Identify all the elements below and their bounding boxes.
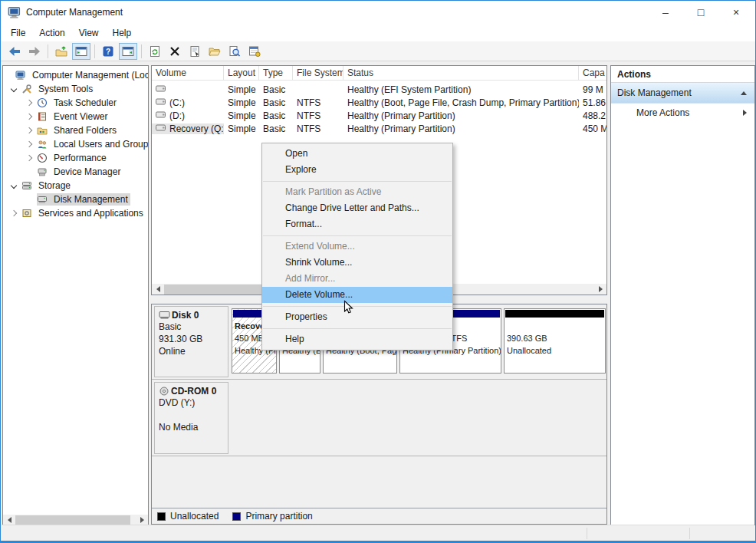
toolbar-separator (48, 44, 48, 58)
tree-item-storage[interactable]: Storage (3, 179, 148, 193)
find-icon[interactable] (225, 43, 244, 60)
tree-item-local-users-and-groups[interactable]: Local Users and Groups (3, 137, 148, 151)
expander-collapsed-icon[interactable] (26, 141, 32, 147)
export-list-icon[interactable] (245, 43, 264, 60)
tree-item-label: Storage (36, 179, 73, 192)
cdrom-info-box[interactable]: CD-ROM 0 DVD (Y:) No Media (154, 382, 228, 454)
event-viewer-icon (37, 111, 48, 122)
task-scheduler-icon (37, 97, 48, 108)
more-actions-item[interactable]: More Actions (611, 104, 754, 122)
expander-expanded-icon[interactable] (11, 183, 17, 189)
column-header-status[interactable]: Status (343, 66, 579, 81)
tree-item-label: Computer Management (Local (30, 69, 149, 81)
volume-layout: Simple (224, 123, 259, 134)
expander-collapsed-icon[interactable] (26, 155, 32, 161)
disk-management-icon (37, 194, 48, 205)
menu-bar: File Action View Help (1, 24, 755, 41)
menu-view[interactable]: View (72, 25, 106, 41)
menu-file[interactable]: File (4, 25, 32, 41)
tree-item-label: Device Manager (51, 166, 123, 178)
tree-item-disk-management[interactable]: Disk Management (3, 193, 148, 206)
scroll-right-icon[interactable] (594, 284, 606, 295)
show-action-pane-icon[interactable] (119, 43, 137, 60)
expander-expanded-icon[interactable] (11, 86, 17, 92)
collapse-icon[interactable] (741, 91, 747, 95)
expander-collapsed-icon[interactable] (26, 100, 32, 106)
menu-item-shrink-volume[interactable]: Shrink Volume... (262, 255, 452, 271)
menu-item-open[interactable]: Open (262, 146, 452, 162)
menu-separator (263, 235, 452, 236)
minimize-button[interactable]: – (648, 1, 683, 24)
cdrom-status: No Media (159, 421, 225, 433)
actions-pane: Actions Disk Management More Actions (610, 65, 755, 525)
column-header-volume[interactable]: Volume (152, 66, 224, 81)
submenu-arrow-icon[interactable] (743, 110, 747, 116)
menu-item-properties[interactable]: Properties (262, 309, 452, 325)
system-tools-icon (21, 84, 33, 94)
menu-item-change-drive-letter[interactable]: Change Drive Letter and Paths... (262, 200, 452, 216)
forward-icon[interactable] (25, 43, 44, 60)
open-folder-icon[interactable] (205, 43, 224, 60)
expander-collapsed-icon[interactable] (26, 127, 32, 133)
menu-action[interactable]: Action (32, 25, 71, 41)
properties-icon[interactable] (186, 43, 204, 60)
menu-item-format[interactable]: Format... (262, 216, 452, 232)
menu-item-explore[interactable]: Explore (262, 162, 452, 178)
status-separator (689, 528, 690, 539)
volume-row-efi[interactable]: Simple Basic Healthy (EFI System Partiti… (152, 83, 606, 96)
volume-capacity: 488.2 (579, 110, 607, 121)
tree-item-task-scheduler[interactable]: Task Scheduler (3, 96, 148, 110)
column-header-capacity[interactable]: Capa (579, 66, 607, 81)
storage-icon (21, 180, 33, 191)
volume-row-recovery[interactable]: Recovery (Q:) Simple Basic NTFS Healthy … (152, 122, 606, 135)
tree-item-label: Local Users and Groups (51, 138, 149, 150)
menu-item-delete-volume[interactable]: Delete Volume... (262, 287, 452, 303)
computer-icon (15, 70, 27, 81)
tree-item-shared-folders[interactable]: Shared Folders (3, 123, 148, 137)
column-header-type[interactable]: Type (259, 66, 293, 81)
services-icon (21, 208, 33, 219)
volume-icon (156, 124, 166, 133)
volume-list-header: Volume Layout Type File System Status Ca… (152, 66, 606, 81)
volume-type: Basic (259, 110, 293, 121)
tree-item-label: Shared Folders (51, 124, 119, 137)
disk0-info-box[interactable]: Disk 0 Basic 931.30 GB Online (154, 306, 228, 377)
menu-separator (263, 328, 452, 329)
tree-item-label: Disk Management (51, 193, 130, 206)
scroll-left-icon[interactable] (3, 515, 15, 525)
volume-type: Basic (259, 123, 293, 134)
scroll-left-icon[interactable] (152, 284, 164, 295)
actions-section-disk-management[interactable]: Disk Management (611, 83, 754, 104)
tree-item-services-and-applications[interactable]: Services and Applications (3, 206, 148, 220)
volume-row-d[interactable]: (D:) Simple Basic NTFS Healthy (Primary … (152, 109, 606, 122)
tree-item-system-tools[interactable]: System Tools (3, 82, 148, 96)
show-console-tree-icon[interactable] (72, 43, 90, 60)
refresh-icon[interactable] (146, 43, 164, 60)
tree-item-event-viewer[interactable]: Event Viewer (3, 110, 148, 123)
back-icon[interactable] (5, 43, 24, 60)
scrollbar-thumb[interactable] (15, 515, 130, 525)
column-header-file-system[interactable]: File System (293, 66, 343, 81)
partition-legend: Unallocated Primary partition (152, 508, 606, 524)
expander-collapsed-icon[interactable] (11, 210, 17, 216)
tree-item-label: Task Scheduler (51, 97, 119, 109)
help-icon[interactable]: ? (99, 43, 117, 60)
partition-unallocated[interactable]: 390.63 GB Unallocated (504, 308, 606, 374)
maximize-button[interactable]: □ (683, 1, 718, 24)
column-header-layout[interactable]: Layout (224, 66, 259, 81)
disk-row-separator (152, 379, 606, 380)
title-bar[interactable]: Computer Management – □ × (1, 1, 755, 24)
expander-collapsed-icon[interactable] (26, 114, 32, 120)
tree-item-device-manager[interactable]: Device Manager (3, 165, 148, 179)
menu-item-help[interactable]: Help (262, 331, 452, 347)
menu-help[interactable]: Help (106, 25, 139, 41)
volume-row-c[interactable]: (C:) Simple Basic NTFS Healthy (Boot, Pa… (152, 96, 606, 109)
tree-horizontal-scrollbar[interactable] (3, 515, 148, 525)
tree-item-performance[interactable]: Performance (3, 151, 148, 165)
tree-item-computer-management[interactable]: Computer Management (Local (3, 68, 148, 82)
delete-icon[interactable] (166, 43, 184, 60)
up-one-level-icon[interactable] (52, 43, 71, 60)
scroll-right-icon[interactable] (136, 515, 148, 525)
close-button[interactable]: × (718, 1, 754, 24)
shared-folders-icon (37, 125, 48, 136)
